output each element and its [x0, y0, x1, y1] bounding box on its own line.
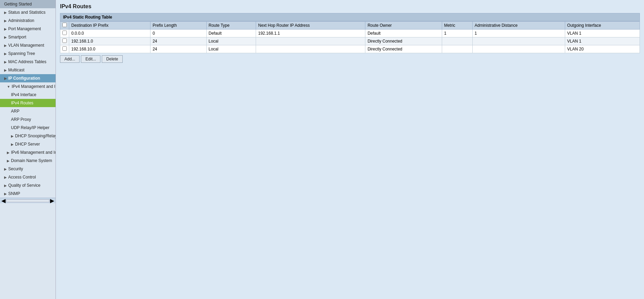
- col-header-5: Route Owner: [365, 22, 442, 30]
- sidebar-item-label: MAC Address Tables: [8, 59, 46, 64]
- sidebar-item-label: DHCP Snooping/Relay: [15, 134, 56, 138]
- arrow-icon: ▶: [4, 167, 7, 171]
- sidebar-item-smartport[interactable]: ▶ Smartport: [0, 33, 56, 41]
- sidebar-item-vlan-management[interactable]: ▶ VLAN Management: [0, 41, 56, 49]
- sidebar-item-label: Administration: [8, 18, 34, 23]
- sidebar-item-getting-started[interactable]: Getting Started: [0, 0, 56, 8]
- col-header-4: Next Hop Router IP Address: [256, 22, 365, 30]
- sidebar-item-domain-name-system[interactable]: ▶ Domain Name System: [0, 157, 56, 165]
- cell-2-6: [472, 45, 565, 53]
- cell-2-2: Local: [206, 45, 256, 53]
- col-header-6: Metric: [442, 22, 472, 30]
- cell-1-5: [442, 37, 472, 45]
- sidebar-item-label: Access Control: [8, 175, 36, 180]
- arrow-icon: ▶: [4, 192, 7, 196]
- section-header: IPv4 Static Routing Table: [60, 13, 640, 21]
- cell-0-4: Default: [365, 30, 442, 37]
- row-checkbox-1[interactable]: [62, 38, 67, 43]
- row-checkbox-0[interactable]: [62, 31, 67, 35]
- sidebar-item-port-management[interactable]: ▶ Port Management: [0, 25, 56, 33]
- sidebar-item-udp-relay[interactable]: UDP Relay/IP Helper: [0, 124, 56, 132]
- arrow-icon: ▶: [11, 134, 14, 138]
- arrow-icon: ▶: [4, 11, 7, 14]
- col-header-2: Prefix Length: [150, 22, 206, 30]
- cell-1-0: 192.168.1.0: [69, 37, 150, 45]
- cell-2-0: 192.168.10.0: [69, 45, 150, 53]
- row-checkbox-2[interactable]: [62, 46, 67, 51]
- cell-1-2: Local: [206, 37, 256, 45]
- table-row: 192.168.10.024LocalDirectly ConnectedVLA…: [60, 45, 640, 53]
- sidebar-item-spanning-tree[interactable]: ▶ Spanning Tree: [0, 49, 56, 58]
- arrow-icon: ▶: [4, 35, 7, 39]
- table-row: 0.0.0.00Default192.168.1.1Default11VLAN …: [60, 30, 640, 37]
- sidebar-item-multicast[interactable]: ▶ Multicast: [0, 66, 56, 74]
- cell-0-5: 1: [442, 30, 472, 37]
- cell-2-7: VLAN 20: [565, 45, 640, 53]
- cell-0-2: Default: [206, 30, 256, 37]
- sidebar-item-arp-proxy[interactable]: ARP Proxy: [0, 115, 56, 124]
- cell-1-7: VLAN 1: [565, 37, 640, 45]
- sidebar-item-ipv4-interface[interactable]: IPv4 Interface: [0, 91, 56, 99]
- sidebar-item-ip-configuration[interactable]: ▶ IP Configuration: [0, 74, 56, 82]
- cell-1-3: [256, 37, 365, 45]
- sidebar-item-label: IPv6 Management and Interfa...: [11, 150, 56, 155]
- cell-0-7: VLAN 1: [565, 30, 640, 37]
- sidebar-item-dhcp-server[interactable]: ▶ DHCP Server: [0, 140, 56, 148]
- delete-button[interactable]: Delete: [102, 55, 123, 63]
- sidebar-item-label: IPv4 Interface: [11, 92, 36, 97]
- sidebar: Getting Started▶ Status and Statistics▶ …: [0, 0, 56, 299]
- col-header-7: Administrative Distance: [472, 22, 565, 30]
- table-row: 192.168.1.024LocalDirectly ConnectedVLAN…: [60, 37, 640, 45]
- add-button[interactable]: Add...: [60, 55, 80, 63]
- sidebar-item-label: ARP: [11, 109, 20, 114]
- sidebar-item-label: Getting Started: [4, 2, 32, 7]
- edit-button[interactable]: Edit...: [81, 55, 100, 63]
- arrow-icon: ▶: [7, 151, 10, 154]
- cell-2-4: Directly Connected: [365, 45, 442, 53]
- arrow-icon: ▶: [4, 44, 7, 47]
- sidebar-item-arp[interactable]: ARP: [0, 107, 56, 115]
- sidebar-item-ipv4-routes[interactable]: IPv4 Routes: [0, 99, 56, 107]
- col-header-8: Outgoing Interface: [565, 22, 640, 30]
- sidebar-item-mac-address-tables[interactable]: ▶ MAC Address Tables: [0, 58, 56, 66]
- sidebar-scrollbar[interactable]: ◀▶: [0, 198, 56, 203]
- sidebar-item-ipv4-mgmt[interactable]: ▼ IPv4 Management and Interfa...: [0, 82, 56, 91]
- sidebar-item-access-control[interactable]: ▶ Access Control: [0, 173, 56, 181]
- arrow-icon: ▶: [4, 52, 7, 56]
- arrow-icon: ▼: [7, 85, 10, 89]
- sidebar-item-label: ARP Proxy: [11, 117, 31, 122]
- sidebar-item-ipv6-mgmt[interactable]: ▶ IPv6 Management and Interfa...: [0, 148, 56, 157]
- sidebar-item-quality-of-service[interactable]: ▶ Quality of Service: [0, 181, 56, 189]
- sidebar-item-label: Security: [8, 166, 23, 171]
- cell-2-1: 24: [150, 45, 206, 53]
- cell-0-6: 1: [472, 30, 565, 37]
- cell-0-0: 0.0.0.0: [69, 30, 150, 37]
- arrow-icon: ▶: [4, 77, 7, 80]
- sidebar-item-label: Status and Statistics: [8, 10, 46, 15]
- sidebar-item-administration[interactable]: ▶ Administration: [0, 16, 56, 25]
- sidebar-item-snmp[interactable]: ▶ SNMP: [0, 189, 56, 198]
- page-title: IPv4 Routes: [60, 3, 640, 10]
- scroll-right-icon[interactable]: ▶: [50, 197, 54, 204]
- cell-1-1: 24: [150, 37, 206, 45]
- sidebar-item-label: VLAN Management: [8, 43, 44, 48]
- scroll-left-icon[interactable]: ◀: [1, 197, 5, 204]
- sidebar-item-dhcp-snooping[interactable]: ▶ DHCP Snooping/Relay: [0, 132, 56, 140]
- sidebar-item-status-and-statistics[interactable]: ▶ Status and Statistics: [0, 8, 56, 16]
- sidebar-item-label: Spanning Tree: [8, 51, 35, 56]
- arrow-icon: ▶: [7, 159, 10, 163]
- sidebar-item-label: Multicast: [8, 68, 24, 72]
- sidebar-item-label: IPv4 Routes: [11, 101, 33, 105]
- main-content: IPv4 Routes IPv4 Static Routing Table De…: [56, 0, 644, 299]
- sidebar-item-label: DHCP Server: [15, 142, 40, 147]
- sidebar-item-label: UDP Relay/IP Helper: [11, 125, 49, 130]
- select-all-checkbox[interactable]: [62, 23, 67, 27]
- sidebar-item-security[interactable]: ▶ Security: [0, 165, 56, 173]
- arrow-icon: ▶: [4, 68, 7, 72]
- arrow-icon: ▶: [11, 142, 14, 146]
- arrow-icon: ▶: [4, 175, 7, 179]
- scroll-track[interactable]: [6, 199, 49, 202]
- cell-1-4: Directly Connected: [365, 37, 442, 45]
- arrow-icon: ▶: [4, 184, 7, 187]
- sidebar-item-label: SNMP: [8, 191, 20, 196]
